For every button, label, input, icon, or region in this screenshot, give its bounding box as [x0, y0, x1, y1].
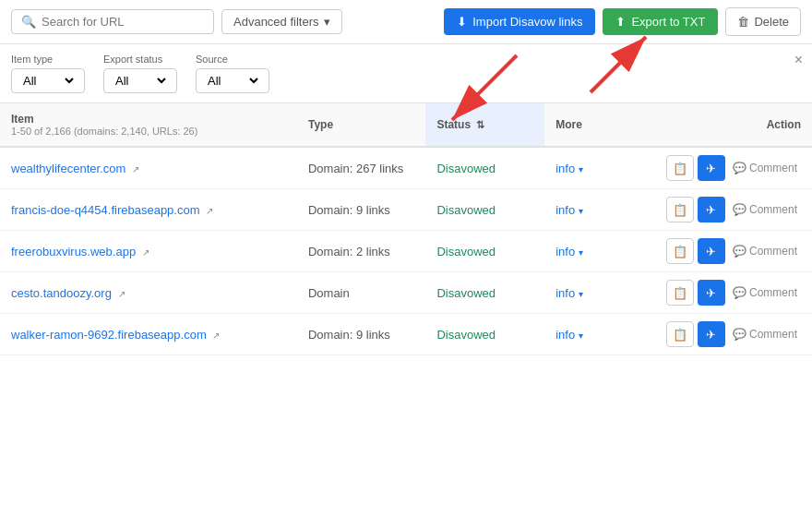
table-row: cesto.tandoozy.org ↗ Domain Disavowed in…	[0, 272, 812, 314]
copy-icon: 📋	[673, 162, 687, 175]
chevron-down-icon: ▾	[579, 289, 583, 299]
domain-link[interactable]: walker-ramon-9692.firebaseapp.com	[11, 328, 207, 342]
col-header-more: More	[544, 103, 643, 147]
import-label: Import Disavow links	[472, 15, 582, 29]
info-link[interactable]: info ▾	[555, 245, 583, 258]
domain-link[interactable]: francis-doe-q4454.firebaseapp.com	[11, 203, 200, 217]
more-cell: info ▾	[544, 272, 643, 314]
type-cell: Domain: 267 links	[297, 147, 426, 189]
status-cell: Disavowed	[425, 272, 544, 314]
action-cell: 📋 ✈ 💬 Comment	[644, 272, 812, 314]
comment-button[interactable]: 💬 Comment	[729, 326, 801, 343]
chevron-down-icon: ▾	[324, 15, 330, 29]
search-box: 🔍	[11, 9, 214, 34]
sort-icon: ⇅	[476, 119, 484, 130]
item-type-dropdown[interactable]: All	[19, 73, 77, 89]
send-button[interactable]: ✈	[698, 197, 725, 222]
disavow-table: Item 1-50 of 2,166 (domains: 2,140, URLs…	[0, 103, 812, 355]
table-row: wealthylifecenter.com ↗ Domain: 267 link…	[0, 147, 812, 189]
send-button[interactable]: ✈	[698, 238, 725, 264]
comment-button[interactable]: 💬 Comment	[729, 284, 801, 301]
comment-icon: 💬	[733, 245, 746, 258]
info-link[interactable]: info ▾	[555, 286, 583, 300]
export-status-select[interactable]: All	[103, 68, 177, 93]
export-label: Export to TXT	[631, 15, 705, 29]
col-header-status: Status ⇅	[425, 103, 544, 147]
comment-button[interactable]: 💬 Comment	[729, 201, 801, 218]
item-type-select[interactable]: All	[11, 68, 85, 93]
copy-button[interactable]: 📋	[666, 155, 694, 181]
info-link[interactable]: info ▾	[555, 328, 583, 342]
comment-icon: 💬	[733, 328, 746, 341]
send-button[interactable]: ✈	[698, 321, 725, 347]
chevron-down-icon: ▾	[579, 206, 583, 216]
source-select[interactable]: All	[196, 68, 269, 93]
action-buttons: 📋 ✈ 💬 Comment	[655, 321, 801, 347]
domain-link[interactable]: wealthylifecenter.com	[11, 162, 125, 175]
disavowed-badge: Disavowed	[436, 328, 496, 342]
item-cell: walker-ramon-9692.firebaseapp.com ↗	[0, 314, 297, 355]
info-link[interactable]: info ▾	[555, 162, 583, 175]
send-button[interactable]: ✈	[698, 280, 725, 306]
action-cell: 📋 ✈ 💬 Comment	[644, 314, 812, 355]
source-filter: Source All	[196, 54, 269, 93]
comment-label: Comment	[749, 203, 797, 216]
copy-button[interactable]: 📋	[666, 197, 694, 222]
close-filters-button[interactable]: ×	[794, 52, 803, 68]
more-cell: info ▾	[544, 189, 643, 231]
comment-icon: 💬	[733, 203, 746, 216]
source-dropdown[interactable]: All	[204, 73, 261, 89]
advanced-filters-button[interactable]: Advanced filters ▾	[221, 9, 342, 34]
delete-label: Delete	[754, 15, 789, 29]
copy-button[interactable]: 📋	[666, 238, 694, 264]
comment-button[interactable]: 💬 Comment	[729, 243, 801, 259]
external-link-icon: ↗	[206, 206, 213, 216]
type-cell: Domain: 9 links	[297, 189, 426, 231]
external-link-icon: ↗	[118, 289, 125, 299]
table-row: francis-doe-q4454.firebaseapp.com ↗ Doma…	[0, 189, 812, 231]
copy-icon: 📋	[673, 286, 687, 300]
comment-icon: 💬	[733, 286, 746, 299]
disavowed-badge: Disavowed	[436, 245, 496, 258]
advanced-filters-label: Advanced filters	[233, 15, 319, 29]
col-item-count: 1-50 of 2,166 (domains: 2,140, URLs: 26)	[11, 126, 286, 137]
import-icon: ⬇	[457, 15, 467, 29]
copy-button[interactable]: 📋	[666, 280, 694, 306]
comment-button[interactable]: 💬 Comment	[729, 160, 801, 176]
send-icon: ✈	[706, 245, 716, 258]
export-txt-button[interactable]: ⬆ Export to TXT	[603, 8, 718, 35]
send-icon: ✈	[706, 162, 716, 175]
domain-link[interactable]: cesto.tandoozy.org	[11, 286, 112, 300]
copy-button[interactable]: 📋	[666, 321, 694, 347]
search-icon: 🔍	[21, 15, 36, 29]
type-cell: Domain	[297, 272, 426, 314]
item-type-label: Item type	[11, 54, 85, 65]
more-cell: info ▾	[544, 231, 643, 272]
domain-link[interactable]: freerobuxvirus.web.app	[11, 245, 136, 258]
type-cell: Domain: 2 links	[297, 231, 426, 272]
table-row: walker-ramon-9692.firebaseapp.com ↗ Doma…	[0, 314, 812, 355]
send-icon: ✈	[706, 328, 716, 342]
disavowed-badge: Disavowed	[436, 203, 496, 217]
info-link[interactable]: info ▾	[555, 203, 583, 217]
disavowed-badge: Disavowed	[436, 162, 496, 175]
col-item-label: Item	[11, 113, 286, 126]
delete-icon: 🗑	[737, 15, 749, 29]
export-status-dropdown[interactable]: All	[112, 73, 169, 89]
item-cell: cesto.tandoozy.org ↗	[0, 272, 297, 314]
table-container: Item 1-50 of 2,166 (domains: 2,140, URLs…	[0, 103, 812, 517]
delete-button[interactable]: 🗑 Delete	[725, 7, 801, 36]
filters-bar: Item type All Export status All Source A…	[0, 44, 812, 103]
search-input[interactable]	[42, 15, 204, 29]
table-row: freerobuxvirus.web.app ↗ Domain: 2 links…	[0, 231, 812, 272]
comment-label: Comment	[749, 162, 797, 174]
send-icon: ✈	[706, 286, 716, 300]
send-button[interactable]: ✈	[698, 155, 725, 181]
more-cell: info ▾	[544, 314, 643, 355]
action-buttons: 📋 ✈ 💬 Comment	[655, 197, 801, 222]
import-disavow-button[interactable]: ⬇ Import Disavow links	[444, 8, 595, 35]
send-icon: ✈	[706, 203, 716, 217]
item-cell: francis-doe-q4454.firebaseapp.com ↗	[0, 189, 297, 231]
action-buttons: 📋 ✈ 💬 Comment	[655, 155, 801, 181]
export-status-filter: Export status All	[103, 54, 177, 93]
